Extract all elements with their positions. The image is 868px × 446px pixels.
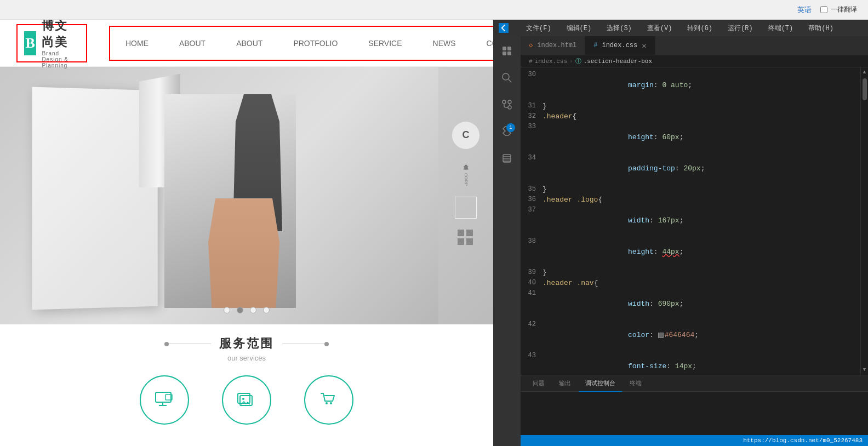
bottom-tab-output[interactable]: 输出 — [552, 375, 578, 392]
vscode-logo-icon — [499, 23, 509, 33]
menu-file[interactable]: 文件(F) — [524, 24, 553, 33]
activity-extensions[interactable]: 1 — [498, 122, 516, 141]
nav-item-service[interactable]: SERVICE — [353, 31, 417, 55]
banner-right-panel: C 企业 CORP — [438, 67, 493, 324]
dot-1[interactable] — [224, 307, 230, 313]
svg-rect-11 — [502, 52, 506, 55]
nav-item-home[interactable]: HOME — [110, 31, 164, 55]
scroll-up-button[interactable]: ▲ — [861, 68, 869, 76]
activity-explorer[interactable] — [498, 42, 516, 60]
breadcrumb-sep1: index.css — [535, 58, 567, 65]
banner-background: C 企业 CORP — [0, 67, 493, 324]
svg-point-6 — [242, 398, 244, 400]
bottom-tab-problems[interactable]: 问题 — [526, 375, 551, 392]
menu-terminal[interactable]: 终端(T) — [766, 24, 796, 33]
breadcrumb-file: # — [529, 58, 533, 65]
dot-2[interactable] — [237, 307, 243, 313]
menu-view[interactable]: 查看(V) — [645, 24, 675, 33]
code-line-35: 35 } — [521, 184, 860, 195]
browser-topbar: 英语 一律翻译 — [0, 0, 868, 20]
tab-index-html[interactable]: ◇ index.html — [521, 36, 585, 55]
nav-item-portfolio[interactable]: PROTFOLIO — [278, 31, 353, 55]
svg-rect-9 — [502, 47, 506, 50]
dot-3[interactable] — [250, 307, 256, 313]
code-line-43: 43 font-size: 14px; — [521, 351, 860, 375]
language-button[interactable]: 英语 — [797, 5, 812, 15]
magazine-book — [33, 78, 296, 313]
svg-point-8 — [330, 402, 332, 404]
dot-4[interactable] — [263, 307, 270, 313]
banner-dots — [224, 307, 270, 313]
svg-rect-10 — [507, 47, 511, 50]
code-line-30: 30 margin: 0 auto; — [521, 70, 860, 101]
logo-cn: 博文尚美 — [42, 20, 79, 50]
site-banner: C 企业 CORP — [0, 67, 493, 324]
status-footer: https://blog.csdn.net/m0_52267483 — [521, 435, 868, 446]
svg-point-13 — [502, 73, 509, 80]
svg-point-17 — [508, 100, 511, 104]
website-panel: B 博文尚美 Brand Design & Planning HOME ABOU… — [0, 20, 493, 446]
html-tab-label: index.html — [537, 42, 576, 49]
breadcrumb-arrow: › — [569, 58, 573, 65]
nav-item-news[interactable]: NEWS — [418, 31, 471, 55]
translate-checkbox[interactable] — [820, 6, 827, 13]
code-line-32: 32 .header{ — [521, 111, 860, 122]
vscode-editor-area: ◇ index.html # index.css ✕ # index.css ›… — [521, 36, 868, 446]
scroll-thumb[interactable] — [863, 78, 867, 100]
code-line-34: 34 padding-top: 20px; — [521, 153, 860, 184]
translate-label: 一律翻译 — [831, 5, 857, 14]
vscode-scrollbar[interactable]: ▲ ▼ — [860, 67, 868, 375]
activity-search[interactable] — [498, 68, 516, 87]
code-line-36: 36 .header .logo{ — [521, 195, 860, 205]
vscode-bottom-panel: 问题 输出 调试控制台 终端 https://blog.csdn.net/m0_… — [521, 375, 868, 446]
menu-help[interactable]: 帮助(H) — [806, 24, 836, 33]
bottom-tab-terminal[interactable]: 终端 — [623, 375, 648, 392]
menu-select[interactable]: 选择(S) — [604, 24, 634, 33]
activity-source-control[interactable] — [498, 95, 516, 114]
panel-text-cn: 企业 — [462, 160, 470, 162]
svg-rect-12 — [507, 52, 511, 55]
logo-en: Brand Design & Planning — [42, 50, 79, 68]
menu-run[interactable]: 运行(R) — [726, 24, 755, 33]
scroll-down-button[interactable]: ▼ — [861, 366, 869, 374]
activity-debug[interactable] — [498, 149, 516, 168]
code-line-41: 41 width: 690px; — [521, 288, 860, 319]
nav-item-about1[interactable]: ABOUT — [164, 31, 221, 55]
tab-index-css[interactable]: # index.css ✕ — [585, 36, 655, 55]
html-tab-icon: ◇ — [529, 41, 533, 49]
book-right-page — [164, 94, 296, 308]
nav-item-about2[interactable]: ABOUT — [221, 31, 278, 55]
service-item-gallery — [222, 375, 271, 425]
css-tab-label: index.css — [602, 42, 637, 49]
breadcrumb-selector: .section-header-box — [584, 58, 652, 65]
vscode-titlebar: 文件(F) 编辑(E) 选择(S) 查看(V) 转到(G) 运行(R) 终端(T… — [493, 20, 868, 36]
menu-edit[interactable]: 编辑(E) — [564, 24, 594, 33]
service-line-left — [167, 344, 211, 344]
menu-goto[interactable]: 转到(G) — [685, 24, 715, 33]
logo-text: 博文尚美 Brand Design & Planning — [42, 20, 79, 68]
service-title-cn: 服务范围 — [219, 335, 274, 352]
svg-point-15 — [502, 100, 506, 104]
svg-point-7 — [326, 402, 328, 404]
bottom-tab-debug[interactable]: 调试控制台 — [579, 375, 622, 392]
code-line-40: 40 .header .nav{ — [521, 278, 860, 288]
vscode-activitybar: 1 — [493, 36, 521, 446]
svg-point-16 — [508, 106, 511, 109]
css-tab-close[interactable]: ✕ — [642, 41, 646, 50]
service-title-row: 服务范围 — [167, 335, 326, 352]
code-line-38: 38 height: 44px; — [521, 236, 860, 267]
main-area: B 博文尚美 Brand Design & Planning HOME ABOU… — [0, 20, 868, 446]
nav-item-contact[interactable]: CONTACT — [471, 31, 493, 55]
color-swatch — [658, 333, 664, 338]
service-line-right — [282, 344, 326, 344]
service-section: 服务范围 our services — [0, 324, 493, 446]
logo-area: B 博文尚美 Brand Design & Planning — [16, 24, 87, 62]
site-header: B 博文尚美 Brand Design & Planning HOME ABOU… — [0, 20, 493, 67]
vscode-code[interactable]: 30 margin: 0 auto; 31 } 32 .header{ — [521, 67, 860, 375]
svg-line-14 — [509, 79, 511, 82]
gallery-icon-circle — [222, 375, 271, 425]
panel-square — [455, 197, 477, 219]
service-title-en: our services — [227, 354, 266, 362]
cart-icon-circle — [304, 375, 353, 425]
editor-content-wrapper: 30 margin: 0 auto; 31 } 32 .header{ — [521, 67, 868, 375]
